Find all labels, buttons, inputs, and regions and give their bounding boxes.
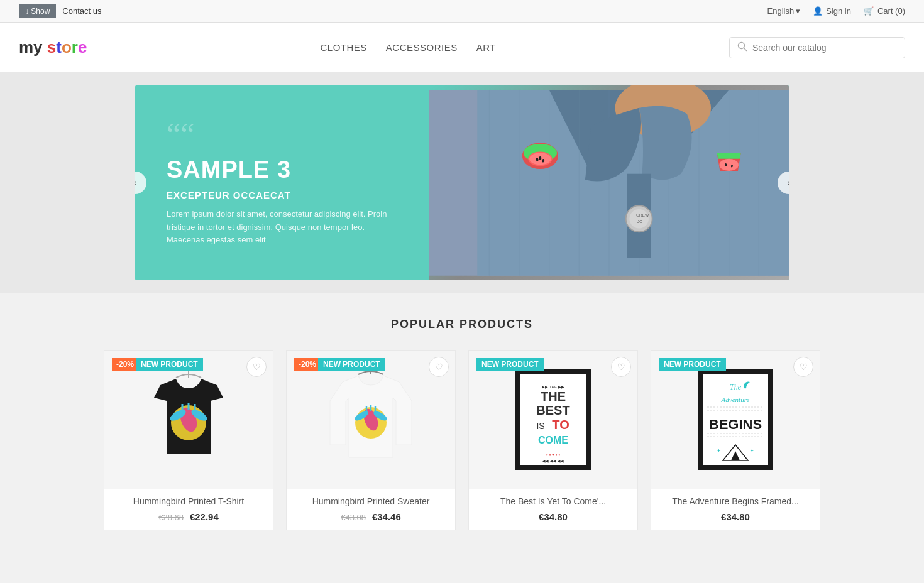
new-product-badge: NEW PRODUCT	[659, 358, 726, 371]
svg-point-28	[719, 159, 739, 171]
product-price: €34.80	[478, 511, 628, 522]
new-product-badge: NEW PRODUCT	[136, 358, 203, 371]
hero-text-area: ““ SAMPLE 3 EXCEPTEUR OCCAECAT Lorem ips…	[135, 85, 429, 280]
discount-badge: -20%	[294, 358, 321, 371]
search-icon	[737, 41, 747, 54]
nav-art[interactable]: ART	[476, 36, 496, 59]
wishlist-button[interactable]: ♡	[611, 357, 631, 377]
product-card[interactable]: -20% NEW PRODUCT ♡	[286, 350, 456, 530]
price-only: €34.80	[721, 511, 750, 522]
top-bar-right: English ▾ 👤 Sign in 🛒 Cart (0)	[767, 6, 905, 16]
svg-text:BEGINS: BEGINS	[709, 417, 762, 432]
svg-text:TO: TO	[552, 418, 569, 432]
svg-text:Adventure: Adventure	[721, 396, 750, 403]
hero-section: ‹ ““ SAMPLE 3 EXCEPTEUR OCCAECAT Lorem i…	[0, 73, 924, 293]
nav-accessories[interactable]: ACCESSORIES	[386, 36, 458, 59]
svg-text:CREW: CREW	[636, 213, 649, 217]
products-section: POPULAR PRODUCTS -20% NEW PRODUCT ♡	[85, 293, 839, 555]
hero-quote-marks: ““	[167, 119, 398, 150]
svg-text:COME: COME	[538, 435, 568, 445]
product-info: Hummingbird Printed Sweater €43.08 €34.4…	[287, 489, 455, 530]
discount-badge: -20%	[112, 358, 138, 371]
svg-text:◀◀ ◀◀ ◀◀: ◀◀ ◀◀ ◀◀	[542, 459, 563, 463]
hero-title: SAMPLE 3	[167, 156, 398, 183]
new-product-badge: NEW PRODUCT	[318, 358, 385, 371]
products-grid: -20% NEW PRODUCT ♡	[104, 350, 820, 530]
product-name: The Adventure Begins Framed...	[661, 496, 810, 506]
svg-text:THE: THE	[541, 390, 566, 403]
price-old: €43.08	[341, 513, 366, 522]
wishlist-button[interactable]: ♡	[793, 357, 813, 377]
svg-line-1	[744, 48, 747, 50]
hero-description: Lorem ipsum dolor sit amet, consectetur …	[167, 208, 398, 247]
language-selector[interactable]: English ▾	[767, 6, 801, 16]
product-image-sweater	[324, 363, 418, 476]
product-info: The Adventure Begins Framed... €34.80	[651, 489, 820, 530]
logo-e2: e	[78, 38, 87, 57]
wishlist-button[interactable]: ♡	[246, 357, 267, 377]
price-new: €22.94	[190, 511, 219, 522]
product-image-poster-best: ▶▶ THE ▶▶ THE BEST IS TO COME ♦ ♦ ♥ ♦ ♦ …	[506, 363, 600, 476]
hero-subtitle: EXCEPTEUR OCCAECAT	[167, 190, 398, 200]
nav-clothes[interactable]: CLOTHES	[320, 36, 366, 59]
price-old: €28.68	[158, 513, 184, 522]
language-caret-icon: ▾	[796, 6, 800, 16]
cart-label: Cart (0)	[877, 6, 905, 16]
svg-text:✦: ✦	[750, 448, 754, 454]
product-card[interactable]: NEW PRODUCT ♡ ▶▶ THE ▶▶ THE BEST IS TO	[468, 350, 638, 530]
svg-text:♦ ♦ ♥ ♦ ♦: ♦ ♦ ♥ ♦ ♦	[546, 453, 560, 457]
product-price: €28.68 €22.94	[114, 511, 263, 522]
product-price: €43.08 €34.46	[296, 511, 446, 522]
hero-image-area: CREW JC	[429, 85, 789, 280]
user-icon: 👤	[813, 6, 823, 16]
contact-us-link[interactable]: Contact us	[62, 6, 101, 16]
sign-in-label: Sign in	[826, 6, 851, 16]
hero-image: CREW JC	[429, 85, 789, 280]
product-name: Hummingbird Printed Sweater	[296, 496, 446, 506]
product-info: Hummingbird Printed T-Shirt €28.68 €22.9…	[104, 489, 273, 530]
hero-slide: ““ SAMPLE 3 EXCEPTEUR OCCAECAT Lorem ips…	[135, 85, 789, 280]
product-name: The Best Is Yet To Come'...	[478, 496, 628, 506]
product-card[interactable]: -20% NEW PRODUCT ♡	[104, 350, 273, 530]
logo-space	[43, 38, 47, 57]
top-bar-left: ↓ Show Contact us	[19, 4, 102, 18]
new-product-badge: NEW PRODUCT	[476, 358, 544, 371]
price-new: €34.46	[372, 511, 401, 522]
product-image-tshirt	[141, 366, 236, 473]
popular-products-title: POPULAR PRODUCTS	[104, 318, 820, 331]
logo-r: r	[72, 38, 78, 57]
main-nav: CLOTHES ACCESSORIES ART	[112, 36, 704, 59]
header: my store CLOTHES ACCESSORIES ART	[0, 23, 924, 73]
language-label: English	[767, 6, 795, 16]
svg-text:BEST: BEST	[536, 403, 569, 417]
product-image-area: NEW PRODUCT ♡ The Adventure	[651, 351, 820, 489]
logo-s: s	[47, 38, 56, 57]
svg-text:▶▶ THE ▶▶: ▶▶ THE ▶▶	[542, 385, 564, 389]
cart-icon: 🛒	[864, 6, 874, 16]
search-box	[729, 37, 905, 58]
product-image-poster-adventure: The Adventure BEGINS	[688, 363, 783, 476]
logo-o: o	[62, 38, 72, 57]
svg-point-27	[539, 156, 541, 160]
search-input[interactable]	[752, 43, 897, 53]
product-card[interactable]: NEW PRODUCT ♡ The Adventure	[651, 350, 820, 530]
hero-slider: ‹ ““ SAMPLE 3 EXCEPTEUR OCCAECAT Lorem i…	[135, 85, 789, 280]
cart-button[interactable]: 🛒 Cart (0)	[864, 6, 905, 16]
svg-text:✦: ✦	[717, 448, 721, 454]
show-button[interactable]: ↓ Show	[19, 4, 56, 18]
product-image-area: -20% NEW PRODUCT ♡	[287, 351, 455, 489]
wishlist-button[interactable]: ♡	[429, 357, 449, 377]
sign-in-link[interactable]: 👤 Sign in	[813, 6, 851, 16]
product-info: The Best Is Yet To Come'... €34.80	[469, 489, 637, 530]
svg-text:The: The	[730, 383, 742, 391]
product-image-area: -20% NEW PRODUCT ♡	[104, 351, 273, 489]
logo-my: my	[19, 38, 43, 57]
svg-text:JC: JC	[637, 219, 642, 224]
product-image-area: NEW PRODUCT ♡ ▶▶ THE ▶▶ THE BEST IS TO	[469, 351, 637, 489]
logo[interactable]: my store	[19, 38, 87, 57]
product-name: Hummingbird Printed T-Shirt	[114, 496, 263, 506]
svg-text:IS: IS	[536, 421, 544, 431]
product-price: €34.80	[661, 511, 810, 522]
price-only: €34.80	[539, 511, 568, 522]
top-bar: ↓ Show Contact us English ▾ 👤 Sign in 🛒 …	[0, 0, 924, 23]
